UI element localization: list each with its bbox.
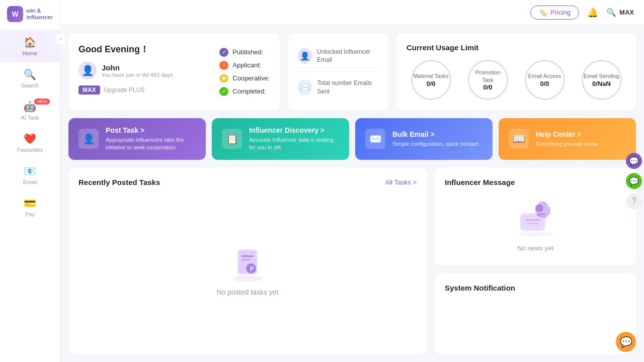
sidebar-item-home[interactable]: 🏠 Home <box>0 30 60 62</box>
emails-sent-icon: ✉️ <box>298 79 312 96</box>
chat-button[interactable]: 💬 <box>616 332 636 352</box>
divider <box>298 71 378 72</box>
sidebar-item-ai-task[interactable]: NEW 🤖 AI Task <box>0 95 60 127</box>
cooperative-dot: ★ <box>219 74 228 83</box>
logo-icon: W <box>7 6 23 22</box>
sidebar: W win & influencer ‹ 🏠 Home 🔍 Search NEW… <box>0 0 60 362</box>
svg-point-0 <box>232 276 263 282</box>
stat-applicant: ! Applicant: <box>219 61 270 70</box>
user-details: John You have join in WI 483 days <box>102 63 173 78</box>
published-label: Published: <box>232 48 263 56</box>
pricing-button[interactable]: 🏷️ Pricing <box>530 6 579 20</box>
system-notification-title: System Notification <box>445 284 626 292</box>
bulk-email-title: Bulk Email > <box>392 130 478 138</box>
header-username: MAX <box>619 9 634 16</box>
sidebar-label-pay: Pay <box>25 211 35 217</box>
content-area: Good Evening！ 👤 John You have join in WI… <box>60 25 644 362</box>
email-access-value: 0/0 <box>540 80 549 87</box>
emails-sent-label: Total number Emails Sent <box>317 79 378 96</box>
unlocked-email-label: Unlocked Influencer Email <box>317 48 378 65</box>
material-tasks-label: Material Tasks <box>413 72 448 79</box>
help-center-sub: Everything you can know <box>536 140 597 148</box>
bulk-email-icon: ✉️ <box>365 129 385 149</box>
usage-card: Current Usage Limit Material Tasks 0/0 P… <box>396 33 636 110</box>
influencer-message-card: Influencer Message <box>435 168 636 265</box>
material-tasks-value: 0/0 <box>426 80 435 87</box>
post-task-card[interactable]: 👤 Post Task > Appropriate influencers ta… <box>68 118 206 160</box>
greeting-text: Good Evening！ <box>78 43 211 55</box>
header: 🏷️ Pricing 🔔 🔍 MAX <box>60 0 644 25</box>
collapse-sidebar-button[interactable]: ‹ <box>55 33 67 45</box>
email-sending-value: 0/NaN <box>592 80 611 87</box>
promotion-task-value: 0/0 <box>483 83 492 91</box>
avatar-icon: 👤 <box>82 64 94 76</box>
sidebar-item-pay[interactable]: 💳 Pay <box>0 191 60 223</box>
sidebar-label-search: Search <box>21 82 39 88</box>
float-help-button[interactable]: ? <box>626 193 642 209</box>
pricing-icon: 🏷️ <box>539 9 547 17</box>
published-dot: ✓ <box>219 48 228 57</box>
user-search-icon: 🔍 <box>606 8 616 17</box>
welcome-left: Good Evening！ 👤 John You have join in WI… <box>78 43 211 100</box>
float-wechat-button[interactable]: 💬 <box>626 173 642 189</box>
help-center-text: Help Center > Everything you can know <box>536 130 597 148</box>
influencer-discovery-card[interactable]: 📋 Influencer Discovery > Accurate Influe… <box>212 118 349 160</box>
cooperative-label: Cooperative: <box>232 74 270 82</box>
upgrade-text[interactable]: Upgrade PLUS <box>104 86 145 94</box>
stat-completed: ✓ Completed: <box>219 87 270 96</box>
sidebar-item-email[interactable]: 📧 Email <box>0 159 60 191</box>
sidebar-item-favourites[interactable]: ❤️ Favourites <box>0 127 60 159</box>
svg-rect-4 <box>242 259 251 260</box>
influencer-discovery-title: Influencer Discovery > <box>249 126 339 134</box>
tasks-empty-state: No posted tasks yet <box>78 195 417 344</box>
applicant-label: Applicant: <box>232 61 261 69</box>
logo-text: win & influencer <box>26 8 53 21</box>
help-center-icon: 📖 <box>509 129 529 149</box>
usage-email-sending: Email Sending 0/NaN <box>582 60 622 100</box>
pricing-label: Pricing <box>550 9 571 16</box>
sidebar-label-favourites: Favourites <box>17 147 43 153</box>
email-icon: 📧 <box>24 165 36 177</box>
sidebar-item-search[interactable]: 🔍 Search <box>0 62 60 95</box>
help-center-card[interactable]: 📖 Help Center > Everything you can know <box>499 118 636 160</box>
right-panel: Influencer Message <box>435 168 636 354</box>
bulk-email-text: Bulk Email > Simple configuration, quick… <box>392 130 478 148</box>
influencer-discovery-icon: 📋 <box>222 129 242 149</box>
usage-email-access: Email Access 0/0 <box>525 60 565 100</box>
stat-cooperative: ★ Cooperative: <box>219 74 270 83</box>
search-icon: 🔍 <box>24 68 36 80</box>
promotion-task-label: Promotion Task <box>469 69 507 83</box>
all-tasks-link[interactable]: All Tasks > <box>385 178 417 186</box>
message-empty-state: No news yet <box>445 195 626 255</box>
home-icon: 🏠 <box>24 36 36 48</box>
email-stats-card: 👤 Unlocked Influencer Email ✉️ Total num… <box>288 33 388 110</box>
sidebar-label-email: Email <box>23 179 37 185</box>
no-news-text: No news yet <box>517 244 553 252</box>
promotion-task-circle: Promotion Task 0/0 <box>468 60 508 100</box>
stat-published: ✓ Published: <box>219 48 270 57</box>
max-badge: MAX <box>78 85 100 95</box>
email-stat-sent: ✉️ Total number Emails Sent <box>298 75 378 100</box>
system-notification-card: System Notification <box>435 274 636 354</box>
completed-label: Completed: <box>232 87 266 95</box>
material-tasks-circle: Material Tasks 0/0 <box>411 60 451 100</box>
completed-dot: ✓ <box>219 87 228 96</box>
tasks-card: Recently Posted Tasks All Tasks > <box>68 168 427 354</box>
notification-icon[interactable]: 🔔 <box>587 7 598 18</box>
user-info: 👤 John You have join in WI 483 days <box>78 61 211 79</box>
all-tasks-label: All Tasks > <box>385 178 417 186</box>
usage-title: Current Usage Limit <box>407 43 626 52</box>
empty-tasks-illustration <box>222 242 273 282</box>
unlocked-email-icon: 👤 <box>298 48 312 64</box>
svg-rect-14 <box>525 219 540 221</box>
user-area[interactable]: 🔍 MAX <box>606 8 634 17</box>
float-chat-button[interactable]: 💬 <box>626 153 642 169</box>
bulk-email-card[interactable]: ✉️ Bulk Email > Simple configuration, qu… <box>355 118 493 160</box>
svg-rect-3 <box>242 255 254 257</box>
influencer-discovery-sub: Accurate Influencer data is waiting for … <box>249 136 339 152</box>
email-sending-label: Email Sending <box>584 72 619 79</box>
usage-circles: Material Tasks 0/0 Promotion Task 0/0 Em… <box>407 60 626 100</box>
upgrade-row: MAX Upgrade PLUS <box>78 85 211 95</box>
username-display: John <box>102 63 173 72</box>
email-access-circle: Email Access 0/0 <box>525 60 565 100</box>
